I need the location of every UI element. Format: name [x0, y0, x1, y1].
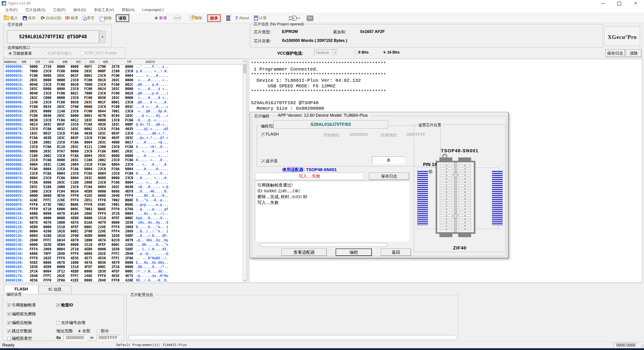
hex-cell: 8004	[122, 167, 136, 171]
hex-address: 00000068:	[4, 122, 27, 127]
load-button[interactable]: 载入	[3, 14, 18, 22]
hex-address: 00000180:	[4, 278, 27, 283]
hex-address: 00000048:	[4, 105, 27, 109]
hex-cell: 0000	[54, 216, 68, 221]
maximize-icon[interactable]	[614, 0, 624, 7]
flash-checkbox[interactable]: FLASH	[261, 132, 278, 137]
dialog-save-log-button[interactable]: 保存日志	[369, 173, 409, 180]
addr-partial-radio[interactable]: 部分	[96, 329, 109, 333]
calc-button[interactable]: 计算	[253, 14, 268, 22]
hex-cell: 103C	[68, 127, 82, 131]
skip-blank-label: 跳过空数据	[12, 329, 32, 333]
menu-item[interactable]: 文件(F)	[1, 8, 22, 13]
hex-address: 00000108:	[4, 212, 27, 216]
checkbox-icon	[7, 337, 11, 340]
hex-cell: 003F	[109, 131, 122, 136]
bits16-radio[interactable]: 16 Bits	[383, 50, 400, 55]
hex-cell: 802C	[68, 91, 82, 96]
icsp-radio-label: ICSP串行接口	[48, 51, 72, 56]
hex-cell: 8004	[95, 171, 109, 176]
addr-from-field[interactable]: 00000000	[63, 335, 87, 341]
scrollbar-thumb[interactable]	[243, 64, 246, 73]
hex-cell: 13C0	[27, 127, 40, 131]
menu-item[interactable]: 芯片选择(S)	[22, 8, 50, 13]
hex-ascii: <Q. .#..... <.@	[136, 185, 169, 190]
save-log-button-top[interactable]: 保存日志	[605, 49, 625, 57]
hex-cell: 0001	[82, 74, 95, 78]
about-button[interactable]: ?About	[234, 14, 250, 22]
save-button[interactable]: 保存	[22, 14, 36, 22]
read-button[interactable]: 读取	[116, 14, 129, 22]
hex-cell: 203C	[27, 185, 40, 190]
hex-cell: 203C	[95, 154, 109, 158]
scroll-down-icon[interactable]: ▼	[242, 278, 247, 283]
chip-button[interactable]	[226, 14, 231, 22]
hex-scrollbar[interactable]: ▲ ▼	[242, 59, 247, 283]
check-id-checkbox[interactable]: 检查ID	[56, 302, 73, 308]
hex-cell: 1510	[68, 265, 82, 269]
menu-item[interactable]: 工程(P)	[49, 8, 70, 13]
add-button[interactable]: +新增	[154, 14, 167, 22]
blank-check-button[interactable]: 查空	[82, 14, 95, 22]
menu-item[interactable]: 系统工具(V)	[90, 8, 118, 13]
hex-cell: 33C0	[68, 122, 82, 127]
hex-cell: 8004	[82, 167, 95, 171]
burn-button[interactable]: 烧录	[207, 14, 221, 22]
verify-after-checkbox[interactable]: 编程后校验	[7, 320, 32, 325]
logic-gate-button[interactable]: A B & Y	[288, 14, 302, 22]
blank-before-checkbox[interactable]: 编程前查空	[7, 336, 32, 341]
skip-blank-checkbox[interactable]: 跳过空数据	[7, 328, 32, 334]
progress-bar	[260, 243, 387, 247]
hex-cell: 4E5E	[109, 274, 122, 278]
compare-pages-icon	[99, 16, 103, 20]
hex-cell: 487A	[95, 238, 109, 243]
hex-cell: 4E75	[122, 274, 136, 278]
menu-item[interactable]: Language(L)	[138, 8, 168, 12]
hex-cell: 23C0	[68, 185, 82, 190]
close-icon[interactable]	[630, 0, 641, 7]
hex-cell: 6000	[54, 207, 68, 212]
menu-item[interactable]: 操作(D)	[70, 8, 90, 13]
beep-checkbox[interactable]: 提示音	[261, 158, 278, 164]
view-adapter-button[interactable]: 查看适配器	[282, 249, 327, 256]
back-button[interactable]: 返回	[381, 249, 411, 256]
pin-check-checkbox[interactable]: 引脚接触检查	[7, 302, 36, 308]
chip-select-combo[interactable]: S29AL016J70TFI02 @TSOP48	[7, 31, 99, 43]
addr-all-radio[interactable]: 全部	[78, 329, 90, 333]
hex-cell: 403F	[109, 136, 122, 140]
program-button[interactable]: 编程	[336, 249, 372, 256]
menu-item[interactable]: 帮助(H)	[118, 8, 138, 13]
tv-button[interactable]: TV	[306, 14, 314, 22]
hex-cell: 4878	[68, 238, 82, 243]
verify-button[interactable]: 校验	[98, 14, 112, 22]
check-id-button[interactable]: ID检查	[64, 14, 79, 22]
erase-button[interactable]: 擦除	[189, 14, 203, 22]
allow-sn-inc-checkbox[interactable]: 允许编号自增	[56, 320, 85, 325]
erase-before-checkbox[interactable]: 编程前先擦除	[7, 311, 36, 317]
icsp-vcc-checkbox[interactable]: ICSP_VCC Enable	[80, 51, 117, 55]
scroll-up-icon[interactable]: ▲	[242, 59, 247, 63]
log-line: 1 Programmer Connected.	[249, 67, 386, 72]
tab-ic-info[interactable]: IC 信息	[38, 285, 72, 293]
addr-to-field[interactable]: 000FFFFF	[96, 335, 120, 341]
clear-button[interactable]: 清除	[626, 49, 642, 57]
hex-ascii: <....#....0 <..	[136, 96, 169, 100]
bits8-radio[interactable]: 8 Bits	[354, 50, 369, 55]
hex-cell: 13C0	[40, 118, 54, 123]
hex-address: 00000138:	[4, 238, 27, 243]
hex-cell: 8004	[82, 154, 95, 158]
radio-icon	[78, 329, 81, 333]
minimize-icon[interactable]	[598, 0, 608, 7]
resize-grip[interactable]	[640, 344, 644, 347]
hex-cell: 203C	[82, 176, 95, 181]
chip-select-dropdown-icon[interactable]	[100, 31, 106, 43]
socket-radio[interactable]: 万能锁紧座	[8, 51, 32, 56]
hex-cell: 2000	[82, 181, 95, 185]
hex-cell: FC0A	[109, 181, 122, 185]
vcc-dropdown[interactable]: Default ▼	[314, 49, 338, 56]
hex-cell: 1D38	[109, 234, 122, 238]
icsp-radio[interactable]: ICSP串行接口	[44, 51, 72, 56]
auto-detect-button[interactable]: ⟳自动识别	[40, 14, 62, 22]
hex-cell: FC0A	[82, 171, 95, 176]
hex-cell: FC0A	[40, 145, 54, 149]
